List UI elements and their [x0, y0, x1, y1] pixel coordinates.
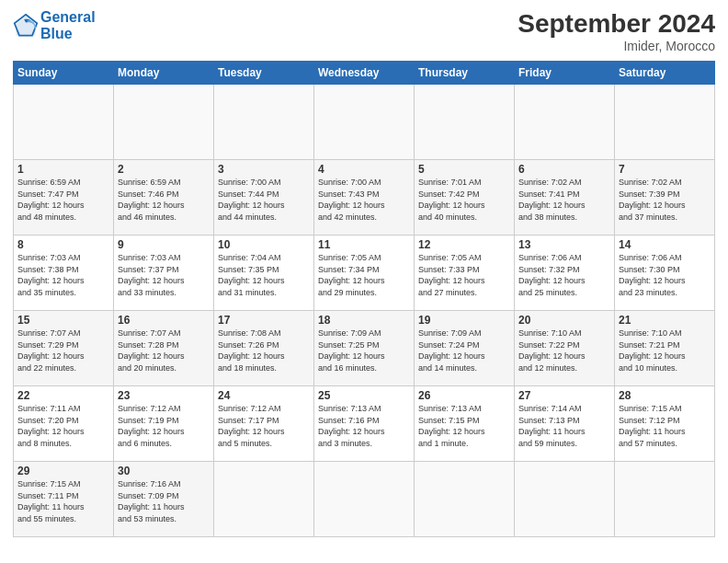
day-cell: 17Sunrise: 7:08 AM Sunset: 7:26 PM Dayli… — [214, 311, 314, 386]
day-cell: 18Sunrise: 7:09 AM Sunset: 7:25 PM Dayli… — [314, 311, 415, 386]
weekday-header-row: SundayMondayTuesdayWednesdayThursdayFrid… — [14, 62, 715, 85]
day-cell: 8Sunrise: 7:03 AM Sunset: 7:38 PM Daylig… — [14, 236, 114, 311]
day-number: 24 — [218, 389, 310, 402]
day-cell: 1Sunrise: 6:59 AM Sunset: 7:47 PM Daylig… — [14, 160, 114, 236]
day-cell: 15Sunrise: 7:07 AM Sunset: 7:29 PM Dayli… — [14, 311, 114, 386]
day-info: Sunrise: 7:07 AM Sunset: 7:29 PM Dayligh… — [17, 327, 109, 373]
day-number: 2 — [118, 163, 210, 176]
day-info: Sunrise: 6:59 AM Sunset: 7:46 PM Dayligh… — [118, 177, 210, 223]
day-info: Sunrise: 7:01 AM Sunset: 7:42 PM Dayligh… — [418, 177, 510, 223]
week-row-4: 22Sunrise: 7:11 AM Sunset: 7:20 PM Dayli… — [14, 386, 715, 462]
day-number: 22 — [17, 389, 109, 402]
day-info: Sunrise: 7:05 AM Sunset: 7:33 PM Dayligh… — [418, 252, 510, 298]
month-title: September 2024 — [518, 9, 715, 39]
day-cell: 2Sunrise: 6:59 AM Sunset: 7:46 PM Daylig… — [114, 160, 214, 236]
day-number: 10 — [218, 238, 310, 251]
weekday-header-sunday: Sunday — [14, 62, 114, 85]
day-info: Sunrise: 7:08 AM Sunset: 7:26 PM Dayligh… — [218, 327, 310, 373]
day-cell: 25Sunrise: 7:13 AM Sunset: 7:16 PM Dayli… — [314, 386, 415, 462]
day-info: Sunrise: 7:15 AM Sunset: 7:12 PM Dayligh… — [619, 403, 711, 449]
day-cell: 14Sunrise: 7:06 AM Sunset: 7:30 PM Dayli… — [615, 236, 715, 311]
day-number: 6 — [518, 163, 610, 176]
day-cell: 30Sunrise: 7:16 AM Sunset: 7:09 PM Dayli… — [114, 462, 214, 537]
day-info: Sunrise: 7:00 AM Sunset: 7:44 PM Dayligh… — [218, 177, 310, 223]
day-cell — [214, 85, 314, 160]
day-number: 17 — [218, 314, 310, 327]
day-cell: 12Sunrise: 7:05 AM Sunset: 7:33 PM Dayli… — [415, 236, 515, 311]
day-info: Sunrise: 7:11 AM Sunset: 7:20 PM Dayligh… — [17, 403, 109, 449]
weekday-header-monday: Monday — [114, 62, 214, 85]
day-number: 30 — [118, 465, 210, 477]
day-number: 29 — [17, 465, 109, 477]
day-info: Sunrise: 7:14 AM Sunset: 7:13 PM Dayligh… — [518, 403, 610, 449]
day-number: 1 — [17, 163, 109, 176]
title-block: September 2024 Imider, Morocco — [518, 9, 715, 53]
day-cell — [214, 462, 314, 537]
day-number: 18 — [318, 314, 410, 327]
day-cell: 28Sunrise: 7:15 AM Sunset: 7:12 PM Dayli… — [615, 386, 715, 462]
day-cell — [415, 85, 515, 160]
day-number: 25 — [318, 389, 410, 402]
day-cell — [615, 85, 715, 160]
day-info: Sunrise: 7:15 AM Sunset: 7:11 PM Dayligh… — [17, 478, 109, 524]
day-cell — [615, 462, 715, 537]
day-cell: 9Sunrise: 7:03 AM Sunset: 7:37 PM Daylig… — [114, 236, 214, 311]
day-info: Sunrise: 7:10 AM Sunset: 7:22 PM Dayligh… — [518, 327, 610, 373]
day-cell: 29Sunrise: 7:15 AM Sunset: 7:11 PM Dayli… — [14, 462, 114, 537]
day-info: Sunrise: 7:07 AM Sunset: 7:28 PM Dayligh… — [118, 327, 210, 373]
day-number: 16 — [118, 314, 210, 327]
day-info: Sunrise: 7:09 AM Sunset: 7:25 PM Dayligh… — [318, 327, 410, 373]
day-info: Sunrise: 7:12 AM Sunset: 7:19 PM Dayligh… — [118, 403, 210, 449]
weekday-header-friday: Friday — [515, 62, 615, 85]
day-cell: 13Sunrise: 7:06 AM Sunset: 7:32 PM Dayli… — [515, 236, 615, 311]
day-info: Sunrise: 6:59 AM Sunset: 7:47 PM Dayligh… — [17, 177, 109, 223]
day-number: 3 — [218, 163, 310, 176]
day-number: 15 — [17, 314, 109, 327]
day-cell: 16Sunrise: 7:07 AM Sunset: 7:28 PM Dayli… — [114, 311, 214, 386]
day-number: 28 — [619, 389, 711, 402]
day-cell — [314, 85, 415, 160]
day-number: 26 — [418, 389, 510, 402]
day-number: 11 — [318, 238, 410, 251]
day-cell: 10Sunrise: 7:04 AM Sunset: 7:35 PM Dayli… — [214, 236, 314, 311]
day-cell: 19Sunrise: 7:09 AM Sunset: 7:24 PM Dayli… — [415, 311, 515, 386]
main-container: General Blue September 2024 Imider, Moro… — [0, 0, 728, 546]
day-info: Sunrise: 7:16 AM Sunset: 7:09 PM Dayligh… — [118, 478, 210, 524]
day-number: 12 — [418, 238, 510, 251]
week-row-5: 29Sunrise: 7:15 AM Sunset: 7:11 PM Dayli… — [14, 462, 715, 537]
day-cell — [515, 85, 615, 160]
day-number: 4 — [318, 163, 410, 176]
day-info: Sunrise: 7:02 AM Sunset: 7:39 PM Dayligh… — [619, 177, 711, 223]
day-info: Sunrise: 7:06 AM Sunset: 7:32 PM Dayligh… — [518, 252, 610, 298]
calendar-table: SundayMondayTuesdayWednesdayThursdayFrid… — [13, 61, 715, 537]
day-cell: 27Sunrise: 7:14 AM Sunset: 7:13 PM Dayli… — [515, 386, 615, 462]
day-cell — [114, 85, 214, 160]
day-cell: 22Sunrise: 7:11 AM Sunset: 7:20 PM Dayli… — [14, 386, 114, 462]
day-info: Sunrise: 7:10 AM Sunset: 7:21 PM Dayligh… — [619, 327, 711, 373]
week-row-2: 8Sunrise: 7:03 AM Sunset: 7:38 PM Daylig… — [14, 236, 715, 311]
day-info: Sunrise: 7:13 AM Sunset: 7:16 PM Dayligh… — [318, 403, 410, 449]
day-number: 23 — [118, 389, 210, 402]
day-info: Sunrise: 7:06 AM Sunset: 7:30 PM Dayligh… — [619, 252, 711, 298]
day-cell — [515, 462, 615, 537]
day-info: Sunrise: 7:04 AM Sunset: 7:35 PM Dayligh… — [218, 252, 310, 298]
day-cell: 21Sunrise: 7:10 AM Sunset: 7:21 PM Dayli… — [615, 311, 715, 386]
day-cell: 3Sunrise: 7:00 AM Sunset: 7:44 PM Daylig… — [214, 160, 314, 236]
day-cell: 11Sunrise: 7:05 AM Sunset: 7:34 PM Dayli… — [314, 236, 415, 311]
day-cell: 26Sunrise: 7:13 AM Sunset: 7:15 PM Dayli… — [415, 386, 515, 462]
day-info: Sunrise: 7:03 AM Sunset: 7:37 PM Dayligh… — [118, 252, 210, 298]
day-cell: 20Sunrise: 7:10 AM Sunset: 7:22 PM Dayli… — [515, 311, 615, 386]
day-number: 9 — [118, 238, 210, 251]
day-cell: 4Sunrise: 7:00 AM Sunset: 7:43 PM Daylig… — [314, 160, 415, 236]
weekday-header-tuesday: Tuesday — [214, 62, 314, 85]
day-info: Sunrise: 7:13 AM Sunset: 7:15 PM Dayligh… — [418, 403, 510, 449]
day-number: 14 — [619, 238, 711, 251]
day-number: 20 — [518, 314, 610, 327]
day-cell — [415, 462, 515, 537]
day-cell — [314, 462, 415, 537]
day-cell: 6Sunrise: 7:02 AM Sunset: 7:41 PM Daylig… — [515, 160, 615, 236]
day-number: 19 — [418, 314, 510, 327]
day-cell: 5Sunrise: 7:01 AM Sunset: 7:42 PM Daylig… — [415, 160, 515, 236]
day-number: 21 — [619, 314, 711, 327]
day-info: Sunrise: 7:12 AM Sunset: 7:17 PM Dayligh… — [218, 403, 310, 449]
